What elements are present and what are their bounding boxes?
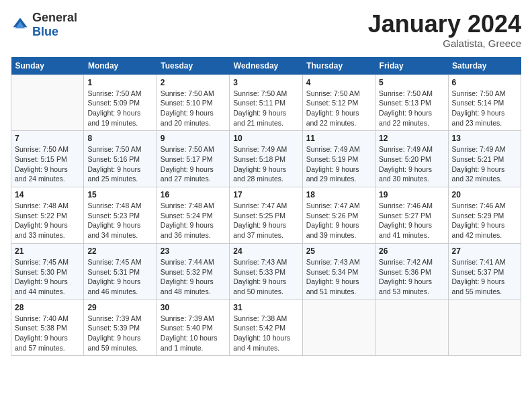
day-number: 15 xyxy=(87,190,152,199)
day-number: 23 xyxy=(161,246,226,256)
day-info: Sunrise: 7:49 AMSunset: 5:18 PMDaylight:… xyxy=(233,145,287,183)
day-info: Sunrise: 7:50 AMSunset: 5:12 PMDaylight:… xyxy=(306,89,360,127)
logo-general: General xyxy=(32,11,77,24)
weekday-header-cell: Sunday xyxy=(11,57,84,75)
day-number: 29 xyxy=(87,303,152,312)
day-info: Sunrise: 7:48 AMSunset: 5:22 PMDaylight:… xyxy=(15,201,69,239)
calendar-day-cell xyxy=(11,75,84,131)
calendar-day-cell: 26 Sunrise: 7:42 AMSunset: 5:36 PMDaylig… xyxy=(375,243,448,300)
day-info: Sunrise: 7:46 AMSunset: 5:27 PMDaylight:… xyxy=(379,201,433,239)
day-number: 9 xyxy=(161,134,226,143)
calendar-week-row: 21 Sunrise: 7:45 AMSunset: 5:30 PMDaylig… xyxy=(11,243,521,300)
calendar-day-cell: 6 Sunrise: 7:50 AMSunset: 5:14 PMDayligh… xyxy=(448,75,521,131)
day-number: 10 xyxy=(233,134,298,143)
calendar-day-cell: 20 Sunrise: 7:46 AMSunset: 5:29 PMDaylig… xyxy=(448,187,521,244)
calendar-body: 1 Sunrise: 7:50 AMSunset: 5:09 PMDayligh… xyxy=(11,75,521,356)
day-info: Sunrise: 7:45 AMSunset: 5:31 PMDaylight:… xyxy=(87,258,141,295)
day-info: Sunrise: 7:50 AMSunset: 5:15 PMDaylight:… xyxy=(15,145,69,183)
day-number: 16 xyxy=(161,190,226,199)
day-number: 27 xyxy=(452,246,517,256)
day-number: 7 xyxy=(15,134,80,143)
day-info: Sunrise: 7:50 AMSunset: 5:17 PMDaylight:… xyxy=(161,145,214,183)
day-number: 30 xyxy=(161,303,226,312)
calendar-day-cell: 4 Sunrise: 7:50 AMSunset: 5:12 PMDayligh… xyxy=(302,75,375,131)
day-info: Sunrise: 7:40 AMSunset: 5:38 PMDaylight:… xyxy=(15,314,69,352)
calendar-day-cell: 8 Sunrise: 7:50 AMSunset: 5:16 PMDayligh… xyxy=(84,131,157,187)
day-info: Sunrise: 7:46 AMSunset: 5:29 PMDaylight:… xyxy=(452,201,506,239)
day-number: 25 xyxy=(306,246,371,256)
month-title: January 2024 xyxy=(368,11,521,38)
day-info: Sunrise: 7:38 AMSunset: 5:42 PMDaylight:… xyxy=(233,314,290,352)
calendar-day-cell: 9 Sunrise: 7:50 AMSunset: 5:17 PMDayligh… xyxy=(157,131,229,187)
day-number: 8 xyxy=(87,134,152,143)
calendar-day-cell: 28 Sunrise: 7:40 AMSunset: 5:38 PMDaylig… xyxy=(11,300,84,356)
calendar-week-row: 7 Sunrise: 7:50 AMSunset: 5:15 PMDayligh… xyxy=(11,131,521,187)
day-info: Sunrise: 7:48 AMSunset: 5:24 PMDaylight:… xyxy=(161,201,214,239)
day-info: Sunrise: 7:50 AMSunset: 5:16 PMDaylight:… xyxy=(87,145,141,183)
logo-text: General Blue xyxy=(32,11,77,39)
logo-icon xyxy=(11,15,30,34)
day-info: Sunrise: 7:39 AMSunset: 5:39 PMDaylight:… xyxy=(87,314,141,352)
day-number: 24 xyxy=(233,246,298,256)
calendar-day-cell: 31 Sunrise: 7:38 AMSunset: 5:42 PMDaylig… xyxy=(230,300,302,356)
calendar-day-cell: 29 Sunrise: 7:39 AMSunset: 5:39 PMDaylig… xyxy=(84,300,157,356)
day-number: 5 xyxy=(379,78,444,87)
calendar-day-cell: 7 Sunrise: 7:50 AMSunset: 5:15 PMDayligh… xyxy=(11,131,84,187)
title-block: January 2024 Galatista, Greece xyxy=(368,11,521,49)
calendar-day-cell xyxy=(448,300,521,356)
logo-blue: Blue xyxy=(32,25,58,38)
day-info: Sunrise: 7:43 AMSunset: 5:33 PMDaylight:… xyxy=(233,258,287,295)
calendar-day-cell: 30 Sunrise: 7:39 AMSunset: 5:40 PMDaylig… xyxy=(157,300,229,356)
weekday-header-cell: Friday xyxy=(375,57,448,75)
weekday-header-row: SundayMondayTuesdayWednesdayThursdayFrid… xyxy=(11,57,521,75)
calendar-day-cell: 10 Sunrise: 7:49 AMSunset: 5:18 PMDaylig… xyxy=(230,131,302,187)
weekday-header-cell: Saturday xyxy=(448,57,521,75)
calendar-day-cell: 1 Sunrise: 7:50 AMSunset: 5:09 PMDayligh… xyxy=(84,75,157,131)
day-info: Sunrise: 7:49 AMSunset: 5:20 PMDaylight:… xyxy=(379,145,433,183)
page-header: General Blue January 2024 Galatista, Gre… xyxy=(11,11,521,49)
day-info: Sunrise: 7:50 AMSunset: 5:10 PMDaylight:… xyxy=(161,89,214,127)
day-info: Sunrise: 7:47 AMSunset: 5:25 PMDaylight:… xyxy=(233,201,287,239)
calendar-day-cell: 22 Sunrise: 7:45 AMSunset: 5:31 PMDaylig… xyxy=(84,243,157,300)
calendar-day-cell: 19 Sunrise: 7:46 AMSunset: 5:27 PMDaylig… xyxy=(375,187,448,244)
calendar-day-cell: 21 Sunrise: 7:45 AMSunset: 5:30 PMDaylig… xyxy=(11,243,84,300)
day-number: 13 xyxy=(452,134,517,143)
day-number: 19 xyxy=(379,190,444,199)
day-number: 4 xyxy=(306,78,371,87)
day-number: 14 xyxy=(15,190,80,199)
weekday-header-cell: Thursday xyxy=(302,57,375,75)
calendar-day-cell: 2 Sunrise: 7:50 AMSunset: 5:10 PMDayligh… xyxy=(157,75,229,131)
calendar-day-cell xyxy=(375,300,448,356)
day-info: Sunrise: 7:49 AMSunset: 5:21 PMDaylight:… xyxy=(452,145,506,183)
calendar-day-cell: 13 Sunrise: 7:49 AMSunset: 5:21 PMDaylig… xyxy=(448,131,521,187)
day-number: 21 xyxy=(15,246,80,256)
day-info: Sunrise: 7:43 AMSunset: 5:34 PMDaylight:… xyxy=(306,258,360,295)
day-info: Sunrise: 7:50 AMSunset: 5:11 PMDaylight:… xyxy=(233,89,287,127)
day-number: 22 xyxy=(87,246,152,256)
day-number: 31 xyxy=(233,303,298,312)
day-number: 1 xyxy=(87,78,152,87)
day-info: Sunrise: 7:44 AMSunset: 5:32 PMDaylight:… xyxy=(161,258,214,295)
day-info: Sunrise: 7:47 AMSunset: 5:26 PMDaylight:… xyxy=(306,201,360,239)
day-number: 28 xyxy=(15,303,80,312)
calendar-day-cell: 16 Sunrise: 7:48 AMSunset: 5:24 PMDaylig… xyxy=(157,187,229,244)
calendar-day-cell: 17 Sunrise: 7:47 AMSunset: 5:25 PMDaylig… xyxy=(230,187,302,244)
day-info: Sunrise: 7:41 AMSunset: 5:37 PMDaylight:… xyxy=(452,258,506,295)
day-info: Sunrise: 7:48 AMSunset: 5:23 PMDaylight:… xyxy=(87,201,141,239)
calendar-day-cell: 24 Sunrise: 7:43 AMSunset: 5:33 PMDaylig… xyxy=(230,243,302,300)
location: Galatista, Greece xyxy=(368,38,521,49)
day-number: 26 xyxy=(379,246,444,256)
day-number: 17 xyxy=(233,190,298,199)
calendar-day-cell xyxy=(302,300,375,356)
day-number: 20 xyxy=(452,190,517,199)
day-info: Sunrise: 7:42 AMSunset: 5:36 PMDaylight:… xyxy=(379,258,433,295)
day-number: 11 xyxy=(306,134,371,143)
day-info: Sunrise: 7:49 AMSunset: 5:19 PMDaylight:… xyxy=(306,145,360,183)
weekday-header-cell: Wednesday xyxy=(230,57,302,75)
day-number: 3 xyxy=(233,78,298,87)
calendar-day-cell: 5 Sunrise: 7:50 AMSunset: 5:13 PMDayligh… xyxy=(375,75,448,131)
day-number: 2 xyxy=(161,78,226,87)
calendar-day-cell: 12 Sunrise: 7:49 AMSunset: 5:20 PMDaylig… xyxy=(375,131,448,187)
calendar-day-cell: 18 Sunrise: 7:47 AMSunset: 5:26 PMDaylig… xyxy=(302,187,375,244)
calendar-day-cell: 15 Sunrise: 7:48 AMSunset: 5:23 PMDaylig… xyxy=(84,187,157,244)
